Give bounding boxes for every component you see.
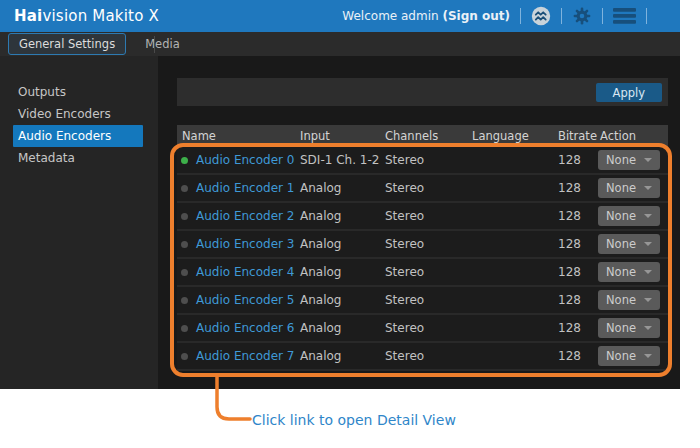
table-row-4: Audio Encoder 4 Analog Stereo 128 None [177, 259, 668, 287]
action-dropdown-2[interactable]: None [598, 206, 660, 226]
name-cell: Audio Encoder 4 [177, 265, 298, 279]
sidebar-item-0[interactable]: Outputs [13, 81, 143, 103]
name-cell: Audio Encoder 2 [177, 209, 298, 223]
brand-logo-bold: Hai [14, 7, 42, 25]
column-header-action: Action [598, 129, 668, 143]
input-cell: Analog [298, 181, 383, 195]
chevron-down-icon [644, 354, 652, 358]
app-window: Haivision Makito X Welcome admin (Sign o… [0, 0, 680, 389]
bitrate-cell: 128 [556, 153, 598, 167]
header-divider [602, 8, 603, 24]
status-dot [181, 185, 188, 192]
action-cell: None [598, 206, 668, 226]
encoder-link-7[interactable]: Audio Encoder 7 [196, 349, 294, 363]
column-header-channels: Channels [383, 129, 470, 143]
chevron-down-icon [644, 298, 652, 302]
encoder-link-2[interactable]: Audio Encoder 2 [196, 209, 294, 223]
table-row-6: Audio Encoder 6 Analog Stereo 128 None [177, 315, 668, 343]
brand-logo: Haivision Makito X [14, 7, 159, 25]
action-dropdown-label: None [606, 153, 636, 167]
chevron-down-icon [644, 186, 652, 190]
action-cell: None [598, 234, 668, 254]
encoder-link-0[interactable]: Audio Encoder 0 [196, 153, 294, 167]
sign-out-link[interactable]: (Sign out) [442, 9, 510, 23]
tab-0[interactable]: General Settings [8, 33, 126, 55]
action-dropdown-label: None [606, 181, 636, 195]
action-dropdown-5[interactable]: None [598, 290, 660, 310]
action-cell: None [598, 178, 668, 198]
action-dropdown-4[interactable]: None [598, 262, 660, 282]
table-row-5: Audio Encoder 5 Analog Stereo 128 None [177, 287, 668, 315]
bitrate-cell: 128 [556, 265, 598, 279]
bitrate-cell: 128 [556, 349, 598, 363]
action-dropdown-label: None [606, 209, 636, 223]
tab-1[interactable]: Media [134, 33, 191, 55]
channels-cell: Stereo [383, 237, 470, 251]
streams-icon[interactable] [531, 6, 551, 26]
action-cell: None [598, 290, 668, 310]
menu-icon[interactable] [613, 8, 636, 24]
name-cell: Audio Encoder 1 [177, 181, 298, 195]
name-cell: Audio Encoder 6 [177, 321, 298, 335]
table-row-0: Audio Encoder 0 SDI-1 Ch. 1-2 Stereo 128… [177, 147, 668, 175]
channels-cell: Stereo [383, 181, 470, 195]
channels-cell: Stereo [383, 265, 470, 279]
status-dot [181, 297, 188, 304]
brand-logo-rest: vision Makito X [42, 7, 159, 25]
channels-cell: Stereo [383, 209, 470, 223]
header-divider [561, 8, 562, 24]
action-cell: None [598, 318, 668, 338]
action-cell: None [598, 346, 668, 366]
name-cell: Audio Encoder 7 [177, 349, 298, 363]
chevron-down-icon [644, 326, 652, 330]
encoder-link-1[interactable]: Audio Encoder 1 [196, 181, 294, 195]
action-dropdown-1[interactable]: None [598, 178, 660, 198]
apply-button[interactable]: Apply [596, 83, 662, 102]
chevron-down-icon [644, 158, 652, 162]
table-body: Audio Encoder 0 SDI-1 Ch. 1-2 Stereo 128… [177, 147, 668, 371]
sidebar-item-1[interactable]: Video Encoders [13, 103, 143, 125]
status-dot [181, 213, 188, 220]
sidebar-item-3[interactable]: Metadata [13, 147, 143, 169]
sidebar-item-2[interactable]: Audio Encoders [13, 125, 143, 147]
encoder-link-5[interactable]: Audio Encoder 5 [196, 293, 294, 307]
header-divider [520, 8, 521, 24]
gear-icon[interactable] [572, 6, 592, 26]
channels-cell: Stereo [383, 153, 470, 167]
column-header-name: Name [177, 129, 298, 143]
sidebar: Outputs Video Encoders Audio Encoders Me… [0, 56, 158, 389]
encoder-link-3[interactable]: Audio Encoder 3 [196, 237, 294, 251]
action-dropdown-6[interactable]: None [598, 318, 660, 338]
status-dot [181, 353, 188, 360]
tab-bar: General Settings Media [0, 32, 680, 56]
table-row-1: Audio Encoder 1 Analog Stereo 128 None [177, 175, 668, 203]
top-bar-right: Welcome admin (Sign out) [342, 6, 647, 26]
bitrate-cell: 128 [556, 321, 598, 335]
input-cell: Analog [298, 265, 383, 279]
bitrate-cell: 128 [556, 293, 598, 307]
table-header-row: Name Input Channels Language Bitrate Act… [177, 125, 668, 147]
input-cell: Analog [298, 209, 383, 223]
action-cell: None [598, 150, 668, 170]
action-dropdown-label: None [606, 265, 636, 279]
status-dot [181, 325, 188, 332]
header-divider [646, 8, 647, 24]
chevron-down-icon [644, 242, 652, 246]
column-header-language: Language [470, 129, 556, 143]
status-dot [181, 269, 188, 276]
welcome-label: Welcome admin [342, 9, 442, 23]
name-cell: Audio Encoder 5 [177, 293, 298, 307]
name-cell: Audio Encoder 0 [177, 153, 298, 167]
input-cell: Analog [298, 349, 383, 363]
encoder-link-6[interactable]: Audio Encoder 6 [196, 321, 294, 335]
table-row-3: Audio Encoder 3 Analog Stereo 128 None [177, 231, 668, 259]
bitrate-cell: 128 [556, 209, 598, 223]
page-background: Haivision Makito X Welcome admin (Sign o… [0, 0, 700, 448]
action-dropdown-3[interactable]: None [598, 234, 660, 254]
encoder-link-4[interactable]: Audio Encoder 4 [196, 265, 294, 279]
action-dropdown-0[interactable]: None [598, 150, 660, 170]
welcome-text: Welcome admin (Sign out) [342, 9, 510, 23]
action-dropdown-7[interactable]: None [598, 346, 660, 366]
action-dropdown-label: None [606, 237, 636, 251]
action-dropdown-label: None [606, 349, 636, 363]
